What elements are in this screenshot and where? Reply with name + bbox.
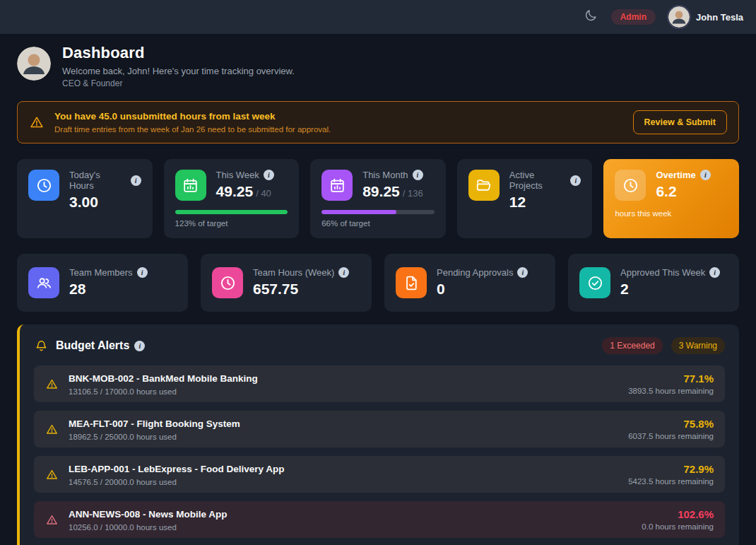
stat-target: / 136 bbox=[403, 188, 423, 199]
alert-project-title: BNK-MOB-002 - BankMed Mobile Banking bbox=[69, 373, 258, 384]
info-icon[interactable]: i bbox=[413, 170, 423, 180]
moon-icon bbox=[584, 8, 598, 25]
stat-value: 3.00 bbox=[69, 194, 141, 211]
stat-card-this-week: This Weeki 49.25/ 40 123% of target bbox=[164, 159, 300, 238]
alert-remaining: 5423.5 hours remaining bbox=[628, 477, 714, 486]
banner-subtitle: Draft time entries from the week of Jan … bbox=[54, 125, 623, 134]
profile-avatar bbox=[17, 47, 51, 81]
calendar-icon bbox=[175, 170, 206, 201]
info-icon[interactable]: i bbox=[131, 175, 141, 186]
stat-card-pending-approvals: Pending Approvalsi 0 bbox=[384, 254, 555, 312]
progress-caption: 66% of target bbox=[321, 219, 435, 228]
unsubmitted-hours-banner: You have 45.0 unsubmitted hours from las… bbox=[17, 101, 739, 143]
alert-usage: 18962.5 / 25000.0 hours used bbox=[69, 433, 618, 441]
budget-alert-row[interactable]: ANN-NEWS-008 - News Mobile App 10256.0 /… bbox=[34, 501, 725, 538]
info-icon[interactable]: i bbox=[700, 170, 711, 180]
stat-value: 28 bbox=[69, 281, 148, 298]
info-icon[interactable]: i bbox=[517, 267, 528, 278]
dashboard-page: Dashboard Welcome back, John! Here's you… bbox=[0, 34, 756, 545]
folder-icon bbox=[468, 170, 500, 201]
stat-label: Active Projects bbox=[509, 170, 567, 191]
stat-card-approved-week: Approved This Weeki 2 bbox=[568, 254, 739, 312]
budget-alerts-panel: Budget Alertsi 1 Exceeded 3 Warning BNK-… bbox=[17, 324, 739, 545]
alert-usage: 14576.5 / 20000.0 hours used bbox=[69, 478, 618, 486]
stat-label: Team Hours (Week) bbox=[253, 267, 334, 278]
clock-icon bbox=[28, 170, 59, 201]
page-subtitle: Welcome back, John! Here's your time tra… bbox=[62, 66, 295, 76]
alert-percentage: 102.6% bbox=[642, 508, 714, 520]
alert-percentage: 77.1% bbox=[628, 373, 714, 385]
warning-triangle-icon bbox=[29, 115, 45, 130]
exceeded-count-badge: 1 Exceeded bbox=[602, 337, 662, 354]
circle-check-icon bbox=[579, 267, 610, 298]
progress-track bbox=[175, 210, 288, 214]
topbar: Admin John Tesla bbox=[0, 0, 756, 34]
budget-alert-row[interactable]: BNK-MOB-002 - BankMed Mobile Banking 131… bbox=[34, 365, 725, 402]
warning-triangle-icon bbox=[45, 468, 59, 481]
stat-label: Pending Approvals bbox=[437, 267, 513, 278]
review-submit-button[interactable]: Review & Submit bbox=[633, 110, 727, 134]
alert-project-title: LEB-APP-001 - LebExpress - Food Delivery… bbox=[69, 464, 285, 474]
warning-triangle-icon bbox=[45, 513, 59, 527]
page-header: Dashboard Welcome back, John! Here's you… bbox=[17, 44, 739, 88]
stat-card-team-members: Team Membersi 28 bbox=[17, 254, 188, 312]
stat-label: This Week bbox=[216, 170, 259, 180]
stat-value: 12 bbox=[509, 194, 581, 211]
alert-project-title: ANN-NEWS-008 - News Mobile App bbox=[69, 509, 228, 520]
stat-value: 0 bbox=[437, 281, 528, 298]
stat-label: Overtime bbox=[656, 170, 695, 180]
stat-card-overtime: Overtimei 6.2 hours this week bbox=[603, 159, 739, 238]
stat-label: Approved This Week bbox=[620, 267, 705, 278]
progress-caption: 123% of target bbox=[175, 219, 288, 228]
document-check-icon bbox=[396, 267, 427, 298]
dark-mode-toggle[interactable] bbox=[583, 9, 598, 25]
warning-count-badge: 3 Warning bbox=[671, 337, 725, 354]
stat-value: 6.2 bbox=[656, 183, 710, 200]
progress-track bbox=[321, 210, 435, 214]
page-title: Dashboard bbox=[62, 44, 295, 62]
stat-card-this-month: This Monthi 89.25/ 136 66% of target bbox=[310, 159, 446, 238]
info-icon[interactable]: i bbox=[709, 267, 720, 278]
clock-icon bbox=[615, 170, 646, 201]
stats-row-team: Team Membersi 28 Team Hours (Week)i 657.… bbox=[17, 254, 739, 312]
banner-title: You have 45.0 unsubmitted hours from las… bbox=[54, 111, 623, 122]
stat-value: 89.25 bbox=[362, 183, 400, 199]
budget-alert-row[interactable]: LEB-APP-001 - LebExpress - Food Delivery… bbox=[34, 456, 725, 493]
budget-alerts-title: Budget Alerts bbox=[56, 339, 129, 352]
alert-remaining: 0.0 hours remaining bbox=[642, 522, 714, 531]
info-icon[interactable]: i bbox=[264, 170, 274, 180]
user-avatar bbox=[668, 6, 690, 28]
stat-value: 657.75 bbox=[253, 281, 349, 298]
warning-triangle-icon bbox=[45, 423, 59, 436]
alert-usage: 13106.5 / 17000.0 hours used bbox=[69, 387, 618, 396]
stat-card-todays-hours: Today's Hoursi 3.00 bbox=[17, 159, 153, 238]
alert-remaining: 3893.5 hours remaining bbox=[628, 387, 714, 395]
calendar-icon bbox=[321, 170, 353, 201]
progress-fill bbox=[175, 210, 288, 214]
stat-card-active-projects: Active Projectsi 12 bbox=[457, 159, 593, 238]
stats-row-primary: Today's Hoursi 3.00 This Weeki 49.25/ 40… bbox=[17, 159, 739, 238]
user-name: John Tesla bbox=[696, 12, 743, 23]
team-icon bbox=[28, 267, 59, 298]
info-icon[interactable]: i bbox=[134, 341, 145, 351]
alert-percentage: 75.8% bbox=[628, 418, 714, 430]
info-icon[interactable]: i bbox=[570, 175, 581, 186]
info-icon[interactable]: i bbox=[338, 267, 349, 278]
info-icon[interactable]: i bbox=[137, 267, 148, 278]
clock-icon bbox=[212, 267, 243, 298]
bell-icon bbox=[34, 339, 49, 353]
user-role: CEO & Founder bbox=[62, 78, 295, 88]
stat-label: This Month bbox=[362, 170, 408, 180]
stat-target: / 40 bbox=[256, 188, 271, 199]
alert-percentage: 72.9% bbox=[628, 463, 714, 475]
stat-value: 49.25 bbox=[216, 183, 254, 199]
role-badge: Admin bbox=[611, 9, 656, 25]
alert-remaining: 6037.5 hours remaining bbox=[628, 432, 714, 440]
budget-alert-row[interactable]: MEA-FLT-007 - Flight Booking System 1896… bbox=[34, 411, 725, 447]
stat-value: 2 bbox=[620, 281, 720, 298]
user-menu[interactable]: John Tesla bbox=[668, 6, 743, 28]
warning-triangle-icon bbox=[45, 377, 59, 391]
stat-sublabel: hours this week bbox=[615, 209, 728, 218]
stat-label: Team Members bbox=[69, 267, 133, 278]
stat-label: Today's Hours bbox=[69, 170, 126, 191]
